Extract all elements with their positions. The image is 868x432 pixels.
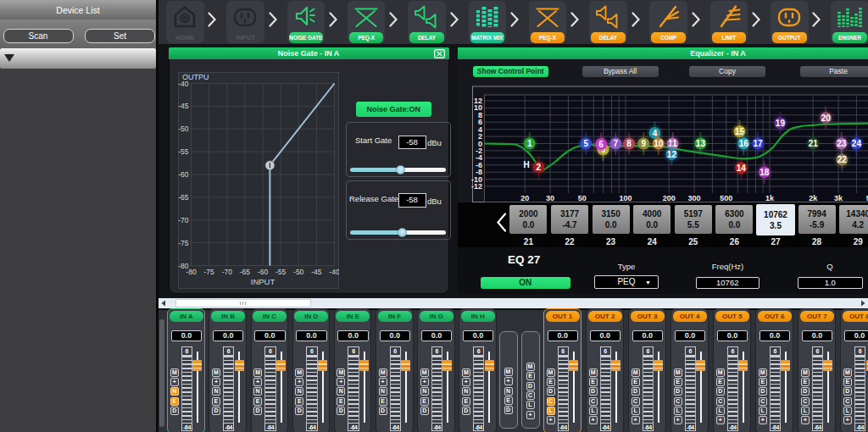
svg-text:OUTPU: OUTPU — [182, 73, 209, 81]
svg-text:7: 7 — [614, 139, 619, 148]
svg-text:24: 24 — [852, 139, 862, 148]
svg-text:-75: -75 — [178, 239, 189, 247]
svg-text:20: 20 — [520, 194, 529, 202]
svg-text:18: 18 — [760, 168, 770, 177]
svg-text:100: 100 — [619, 194, 632, 202]
svg-text:8: 8 — [626, 139, 632, 148]
svg-text:10: 10 — [654, 139, 664, 148]
svg-text:5: 5 — [583, 139, 588, 148]
svg-text:12: 12 — [667, 150, 677, 159]
svg-text:-80: -80 — [178, 262, 189, 270]
svg-text:300: 300 — [688, 194, 701, 202]
svg-text:12: 12 — [474, 97, 482, 105]
svg-text:20: 20 — [821, 114, 832, 123]
svg-text:14: 14 — [737, 163, 747, 173]
svg-text:-55: -55 — [178, 147, 189, 156]
svg-text:3k: 3k — [834, 194, 843, 202]
svg-text:21: 21 — [809, 139, 819, 148]
svg-text:H: H — [523, 160, 529, 169]
svg-text:1k: 1k — [765, 194, 775, 202]
svg-text:-50: -50 — [293, 268, 304, 276]
svg-text:200: 200 — [663, 194, 676, 202]
svg-text:2: 2 — [537, 163, 542, 172]
svg-text:-65: -65 — [178, 193, 189, 202]
svg-text:30: 30 — [546, 194, 554, 202]
svg-text:1: 1 — [527, 139, 532, 148]
svg-text:-70: -70 — [178, 216, 189, 224]
svg-text:-75: -75 — [203, 268, 214, 276]
svg-text:-50: -50 — [178, 125, 189, 133]
svg-text:23: 23 — [837, 139, 847, 148]
svg-text:-55: -55 — [275, 268, 287, 276]
svg-text:-60: -60 — [178, 170, 189, 179]
svg-text:17: 17 — [754, 139, 764, 148]
svg-text:-45: -45 — [178, 102, 189, 110]
svg-text:2k: 2k — [809, 194, 818, 202]
svg-text:22: 22 — [837, 155, 848, 164]
svg-text:-65: -65 — [240, 268, 251, 276]
svg-text:-60: -60 — [258, 268, 269, 276]
svg-text:50: 50 — [578, 194, 587, 202]
svg-text:-40: -40 — [329, 268, 339, 276]
svg-text:-70: -70 — [222, 268, 233, 276]
svg-text:6: 6 — [598, 140, 604, 149]
svg-text:9: 9 — [642, 139, 647, 148]
svg-text:16: 16 — [739, 139, 749, 148]
svg-text:INPUT: INPUT — [251, 277, 275, 286]
svg-text:500: 500 — [720, 194, 732, 202]
svg-text:-45: -45 — [311, 268, 322, 276]
svg-text:19: 19 — [776, 119, 786, 128]
svg-text:13: 13 — [696, 139, 706, 148]
